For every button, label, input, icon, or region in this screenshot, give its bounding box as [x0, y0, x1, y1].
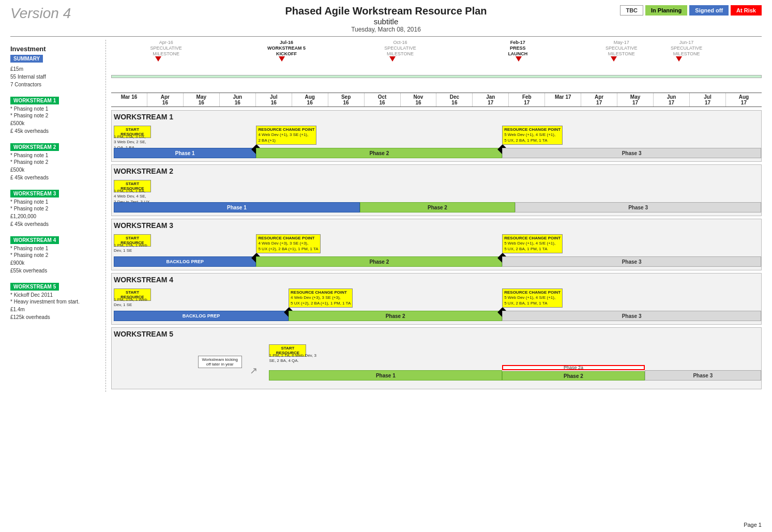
sidebar-ws1: WORKSTREAM 1 * Phasing note 1 * Phasing …	[10, 97, 101, 134]
ws3-resource-text: 1 PM, 1TA, 1 WebDev, 1 SE	[114, 243, 147, 254]
milestone-bar	[111, 75, 762, 78]
main-content: Investment SUMMARY £15m 55 Internal staf…	[10, 40, 762, 392]
ws5-note2: * Heavy investment from start.	[10, 299, 101, 305]
milestone-arrow-feb17	[516, 56, 522, 62]
ws4-phase2: Phase 2	[289, 311, 502, 321]
badge-tbc: TBC	[620, 5, 643, 16]
subtitle: subtitle	[10, 17, 762, 26]
month-may16: May16	[183, 93, 219, 107]
ws3-title: WORKSTREAM 3	[114, 221, 761, 230]
milestone-arrow-jul16	[279, 56, 285, 62]
header-divider	[10, 36, 762, 37]
ws1-note2: * Phasing note 2	[10, 113, 101, 118]
ws3-row: WORKSTREAM 3 START RESOURCE 1 PM, 1TA, 1…	[111, 219, 762, 270]
ws5-money2: £125k overheads	[10, 314, 101, 320]
month-jun17: Jun17	[653, 93, 689, 107]
ws4-resource-text: 1 PM, 1TA, 1 WebDev, 1 SE	[114, 297, 147, 308]
ws4-money2: £55k overheads	[10, 268, 101, 273]
milestone-jul16: Jul-16WORKSTREAM 5KICKOFF	[267, 40, 306, 62]
ws4-money1: £900k	[10, 260, 101, 266]
summary-contractors: 7 Contractors	[10, 82, 101, 87]
ws1-money1: £500k	[10, 120, 101, 126]
ws5-phase1: Phase 1	[269, 370, 502, 381]
month-apr17: Apr17	[581, 93, 617, 107]
ws1-row: WORKSTREAM 1 START RESOURCE 1 PM, 1TA, 3…	[111, 110, 762, 162]
ws5-money1: £1.4m	[10, 307, 101, 312]
ws4-row: WORKSTREAM 4 START RESOURCE 1 PM, 1TA, 1…	[111, 273, 762, 325]
ws2-phase2: Phase 2	[360, 202, 515, 212]
month-may17: May17	[617, 93, 653, 107]
ws2-note2: * Phasing note 2	[10, 159, 101, 165]
milestone-apr16: Apr-16SPECULATIVEMILESTONE	[150, 40, 181, 62]
sidebar: Investment SUMMARY £15m 55 Internal staf…	[10, 40, 106, 392]
milestone-arrow-jun17	[676, 56, 682, 62]
summary-label: SUMMARY	[10, 55, 43, 63]
ws5-spec-box: Workstream kickingoff later in year	[198, 356, 242, 368]
ws1-gantt: START RESOURCE 1 PM, 1TA, 3 UX,3 Web Dev…	[114, 123, 761, 159]
summary-amount: £15m	[10, 66, 101, 72]
month-aug16: Aug16	[292, 93, 328, 107]
milestone-arrow-may17	[611, 56, 617, 62]
ws2-phase1: Phase 1	[114, 202, 360, 212]
ws3-phase3: Phase 3	[502, 256, 761, 267]
ws3-backlog-prep: BACKLOG PREP	[114, 256, 256, 267]
month-jul17: Jul17	[689, 93, 725, 107]
ws5-row: WORKSTREAM 5 Workstream kickingoff later…	[111, 327, 762, 389]
badge-in-planning: In Planning	[645, 5, 687, 16]
ws3-rcp2: RESOURCE CHANGE POINT5 Web Dev (+1), 4 S…	[502, 234, 563, 253]
summary-staff: 55 Internal staff	[10, 74, 101, 80]
ws2-gantt: START RESOURCE 1 PM, 1TA, 1 BA,4 Web Dev…	[114, 177, 761, 214]
ws5-arrow: ↗	[250, 365, 258, 376]
milestones-header: Apr-16SPECULATIVEMILESTONE Jul-16WORKSTR…	[111, 40, 762, 92]
sidebar-ws2: WORKSTREAM 2 * Phasing note 1 * Phasing …	[10, 143, 101, 180]
page: Version 4 Phased Agile Workstream Resour…	[0, 0, 772, 532]
ws2-money2: £ 45k overheads	[10, 175, 101, 180]
ws4-note1: * Phasing note 1	[10, 246, 101, 251]
badge-signed-off: Signed off	[689, 5, 729, 16]
ws1-title: WORKSTREAM 1	[114, 113, 761, 121]
version-label: Version 4	[10, 5, 71, 22]
ws2-row: WORKSTREAM 2 START RESOURCE 1 PM, 1TA, 1…	[111, 164, 762, 216]
badge-at-risk: At Risk	[731, 5, 762, 16]
ws1-phase2: Phase 2	[256, 148, 502, 158]
ws3-gantt: START RESOURCE 1 PM, 1TA, 1 WebDev, 1 SE…	[114, 232, 761, 268]
ws4-gantt: START RESOURCE 1 PM, 1TA, 1 WebDev, 1 SE…	[114, 286, 761, 322]
legend-badges: TBC In Planning Signed off At Risk	[620, 5, 762, 16]
milestone-arrow-apr16	[155, 56, 161, 62]
ws3-rcp1: RESOURCE CHANGE POINT4 Web Dev (+3), 3 S…	[256, 234, 320, 253]
ws1-money2: £ 45k overheads	[10, 128, 101, 134]
ws1-sidebar-label: WORKSTREAM 1	[10, 97, 59, 104]
month-nov16: Nov16	[400, 93, 436, 107]
month-mar16: Mar 16	[111, 93, 147, 107]
months-row: Mar 16 Apr16 May16 Jun16 Jul16 Aug16 Sep…	[111, 93, 762, 107]
ws5-phase2a: Phase 2a	[502, 365, 644, 370]
ws4-rcp2: RESOURCE CHANGE POINT5 Web Dev (+1), 4 S…	[502, 288, 563, 308]
month-dec16: Dec16	[436, 93, 472, 107]
month-aug17: Aug17	[725, 93, 762, 107]
timeline-area: Apr-16SPECULATIVEMILESTONE Jul-16WORKSTR…	[106, 40, 762, 392]
sidebar-ws4: WORKSTREAM 4 * Phasing note 1 * Phasing …	[10, 236, 101, 273]
month-oct16: Oct16	[364, 93, 400, 107]
ws2-phase3: Phase 3	[515, 202, 761, 212]
ws3-money1: £1,200,000	[10, 214, 101, 219]
ws1-phase1: Phase 1	[114, 148, 256, 158]
ws2-title: WORKSTREAM 2	[114, 167, 761, 175]
sidebar-investment: Investment SUMMARY £15m 55 Internal staf…	[10, 45, 101, 87]
milestone-may17: May-17SPECULATIVEMILESTONE	[606, 40, 637, 62]
ws5-gantt: Workstream kickingoff later in year STAR…	[114, 340, 761, 387]
month-jun16: Jun16	[219, 93, 255, 107]
ws2-note1: * Phasing note 1	[10, 153, 101, 158]
milestone-feb17: Feb-17PRESSLAUNCH	[508, 40, 527, 62]
month-jul16: Jul16	[255, 93, 292, 107]
ws1-phase3: Phase 3	[502, 148, 761, 158]
ws5-phase3: Phase 3	[645, 370, 761, 381]
milestone-arrow-oct16	[389, 56, 396, 62]
ws5-resource-text: 1 PM, 1 TA, 6 Web Dev, 3SE, 2 BA, 4 QA.	[269, 353, 316, 364]
ws4-title: WORKSTREAM 4	[114, 276, 761, 284]
sidebar-ws3: WORKSTREAM 3 * Phasing note 1 * Phasing …	[10, 190, 101, 227]
header: Version 4 Phased Agile Workstream Resour…	[10, 5, 762, 33]
milestone-jun17: Jun-17SPECULATIVEMILESTONE	[671, 40, 702, 62]
ws1-rcp1: RESOURCE CHANGE POINT4 Web Dev (+1), 3 S…	[256, 126, 316, 145]
ws4-sidebar-label: WORKSTREAM 4	[10, 236, 59, 244]
ws5-note1: * Kickoff Dec 2011	[10, 292, 101, 298]
